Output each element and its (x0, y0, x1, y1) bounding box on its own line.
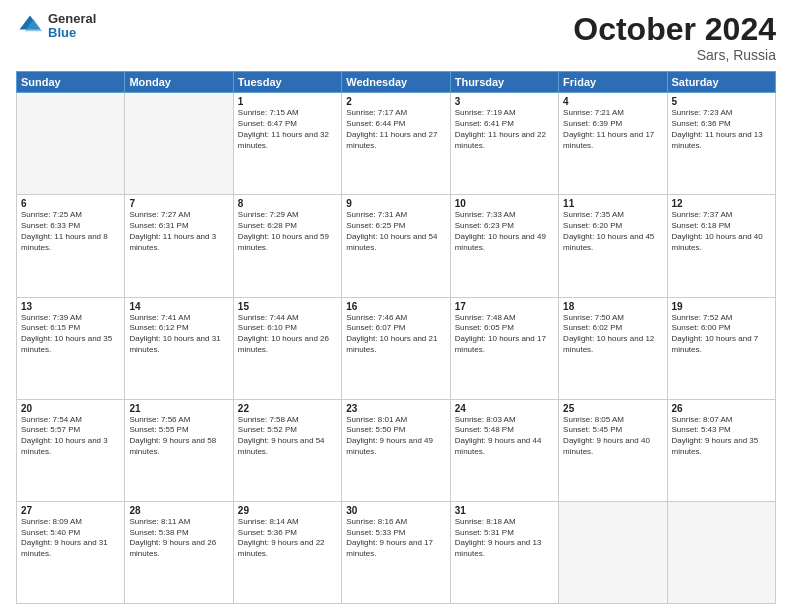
calendar-cell: 17Sunrise: 7:48 AM Sunset: 6:05 PM Dayli… (450, 297, 558, 399)
day-of-week-wednesday: Wednesday (342, 72, 450, 93)
calendar-cell: 4Sunrise: 7:21 AM Sunset: 6:39 PM Daylig… (559, 93, 667, 195)
logo: General Blue (16, 12, 96, 41)
day-number: 14 (129, 301, 228, 312)
week-row-2: 6Sunrise: 7:25 AM Sunset: 6:33 PM Daylig… (17, 195, 776, 297)
logo-blue: Blue (48, 26, 96, 40)
calendar-cell: 14Sunrise: 7:41 AM Sunset: 6:12 PM Dayli… (125, 297, 233, 399)
calendar-cell: 12Sunrise: 7:37 AM Sunset: 6:18 PM Dayli… (667, 195, 775, 297)
calendar-cell: 7Sunrise: 7:27 AM Sunset: 6:31 PM Daylig… (125, 195, 233, 297)
calendar-cell: 16Sunrise: 7:46 AM Sunset: 6:07 PM Dayli… (342, 297, 450, 399)
day-number: 28 (129, 505, 228, 516)
day-number: 17 (455, 301, 554, 312)
calendar-cell: 31Sunrise: 8:18 AM Sunset: 5:31 PM Dayli… (450, 501, 558, 603)
day-number: 22 (238, 403, 337, 414)
day-of-week-sunday: Sunday (17, 72, 125, 93)
day-info: Sunrise: 8:09 AM Sunset: 5:40 PM Dayligh… (21, 517, 120, 560)
day-info: Sunrise: 7:52 AM Sunset: 6:00 PM Dayligh… (672, 313, 771, 356)
day-info: Sunrise: 7:54 AM Sunset: 5:57 PM Dayligh… (21, 415, 120, 458)
calendar-cell: 8Sunrise: 7:29 AM Sunset: 6:28 PM Daylig… (233, 195, 341, 297)
logo-icon (16, 12, 44, 40)
day-number: 15 (238, 301, 337, 312)
day-info: Sunrise: 7:25 AM Sunset: 6:33 PM Dayligh… (21, 210, 120, 253)
calendar: SundayMondayTuesdayWednesdayThursdayFrid… (16, 71, 776, 604)
calendar-cell: 25Sunrise: 8:05 AM Sunset: 5:45 PM Dayli… (559, 399, 667, 501)
day-info: Sunrise: 7:46 AM Sunset: 6:07 PM Dayligh… (346, 313, 445, 356)
day-of-week-tuesday: Tuesday (233, 72, 341, 93)
logo-general: General (48, 12, 96, 26)
day-number: 12 (672, 198, 771, 209)
day-info: Sunrise: 7:15 AM Sunset: 6:47 PM Dayligh… (238, 108, 337, 151)
calendar-cell: 26Sunrise: 8:07 AM Sunset: 5:43 PM Dayli… (667, 399, 775, 501)
day-info: Sunrise: 7:39 AM Sunset: 6:15 PM Dayligh… (21, 313, 120, 356)
day-number: 31 (455, 505, 554, 516)
day-number: 9 (346, 198, 445, 209)
day-info: Sunrise: 7:33 AM Sunset: 6:23 PM Dayligh… (455, 210, 554, 253)
week-row-5: 27Sunrise: 8:09 AM Sunset: 5:40 PM Dayli… (17, 501, 776, 603)
day-number: 18 (563, 301, 662, 312)
day-info: Sunrise: 7:41 AM Sunset: 6:12 PM Dayligh… (129, 313, 228, 356)
day-number: 21 (129, 403, 228, 414)
day-info: Sunrise: 8:18 AM Sunset: 5:31 PM Dayligh… (455, 517, 554, 560)
day-info: Sunrise: 7:17 AM Sunset: 6:44 PM Dayligh… (346, 108, 445, 151)
calendar-cell (17, 93, 125, 195)
day-info: Sunrise: 8:07 AM Sunset: 5:43 PM Dayligh… (672, 415, 771, 458)
calendar-cell: 13Sunrise: 7:39 AM Sunset: 6:15 PM Dayli… (17, 297, 125, 399)
calendar-cell: 18Sunrise: 7:50 AM Sunset: 6:02 PM Dayli… (559, 297, 667, 399)
calendar-cell (125, 93, 233, 195)
calendar-cell: 5Sunrise: 7:23 AM Sunset: 6:36 PM Daylig… (667, 93, 775, 195)
calendar-cell: 29Sunrise: 8:14 AM Sunset: 5:36 PM Dayli… (233, 501, 341, 603)
day-number: 6 (21, 198, 120, 209)
day-info: Sunrise: 7:35 AM Sunset: 6:20 PM Dayligh… (563, 210, 662, 253)
calendar-cell: 27Sunrise: 8:09 AM Sunset: 5:40 PM Dayli… (17, 501, 125, 603)
calendar-header-row: SundayMondayTuesdayWednesdayThursdayFrid… (17, 72, 776, 93)
day-info: Sunrise: 8:01 AM Sunset: 5:50 PM Dayligh… (346, 415, 445, 458)
day-number: 13 (21, 301, 120, 312)
day-number: 19 (672, 301, 771, 312)
page: General Blue October 2024 Sars, Russia S… (0, 0, 792, 612)
day-info: Sunrise: 7:56 AM Sunset: 5:55 PM Dayligh… (129, 415, 228, 458)
day-number: 25 (563, 403, 662, 414)
title-block: October 2024 Sars, Russia (573, 12, 776, 63)
day-number: 10 (455, 198, 554, 209)
calendar-cell: 9Sunrise: 7:31 AM Sunset: 6:25 PM Daylig… (342, 195, 450, 297)
day-info: Sunrise: 8:03 AM Sunset: 5:48 PM Dayligh… (455, 415, 554, 458)
day-number: 1 (238, 96, 337, 107)
day-number: 24 (455, 403, 554, 414)
day-number: 5 (672, 96, 771, 107)
day-info: Sunrise: 7:21 AM Sunset: 6:39 PM Dayligh… (563, 108, 662, 151)
calendar-cell: 2Sunrise: 7:17 AM Sunset: 6:44 PM Daylig… (342, 93, 450, 195)
day-info: Sunrise: 7:19 AM Sunset: 6:41 PM Dayligh… (455, 108, 554, 151)
calendar-cell: 6Sunrise: 7:25 AM Sunset: 6:33 PM Daylig… (17, 195, 125, 297)
day-number: 16 (346, 301, 445, 312)
day-number: 11 (563, 198, 662, 209)
day-info: Sunrise: 7:48 AM Sunset: 6:05 PM Dayligh… (455, 313, 554, 356)
day-info: Sunrise: 7:58 AM Sunset: 5:52 PM Dayligh… (238, 415, 337, 458)
day-info: Sunrise: 7:23 AM Sunset: 6:36 PM Dayligh… (672, 108, 771, 151)
calendar-cell: 10Sunrise: 7:33 AM Sunset: 6:23 PM Dayli… (450, 195, 558, 297)
day-of-week-friday: Friday (559, 72, 667, 93)
day-number: 29 (238, 505, 337, 516)
logo-text: General Blue (48, 12, 96, 41)
week-row-1: 1Sunrise: 7:15 AM Sunset: 6:47 PM Daylig… (17, 93, 776, 195)
day-number: 2 (346, 96, 445, 107)
day-number: 3 (455, 96, 554, 107)
day-info: Sunrise: 7:37 AM Sunset: 6:18 PM Dayligh… (672, 210, 771, 253)
calendar-cell: 3Sunrise: 7:19 AM Sunset: 6:41 PM Daylig… (450, 93, 558, 195)
day-number: 23 (346, 403, 445, 414)
day-number: 7 (129, 198, 228, 209)
day-info: Sunrise: 7:31 AM Sunset: 6:25 PM Dayligh… (346, 210, 445, 253)
week-row-4: 20Sunrise: 7:54 AM Sunset: 5:57 PM Dayli… (17, 399, 776, 501)
calendar-cell: 15Sunrise: 7:44 AM Sunset: 6:10 PM Dayli… (233, 297, 341, 399)
page-subtitle: Sars, Russia (573, 47, 776, 63)
calendar-cell (559, 501, 667, 603)
calendar-cell: 24Sunrise: 8:03 AM Sunset: 5:48 PM Dayli… (450, 399, 558, 501)
day-info: Sunrise: 7:29 AM Sunset: 6:28 PM Dayligh… (238, 210, 337, 253)
calendar-cell: 20Sunrise: 7:54 AM Sunset: 5:57 PM Dayli… (17, 399, 125, 501)
day-number: 4 (563, 96, 662, 107)
calendar-cell: 1Sunrise: 7:15 AM Sunset: 6:47 PM Daylig… (233, 93, 341, 195)
day-info: Sunrise: 8:16 AM Sunset: 5:33 PM Dayligh… (346, 517, 445, 560)
calendar-cell: 28Sunrise: 8:11 AM Sunset: 5:38 PM Dayli… (125, 501, 233, 603)
day-of-week-saturday: Saturday (667, 72, 775, 93)
calendar-cell: 19Sunrise: 7:52 AM Sunset: 6:00 PM Dayli… (667, 297, 775, 399)
day-info: Sunrise: 8:11 AM Sunset: 5:38 PM Dayligh… (129, 517, 228, 560)
